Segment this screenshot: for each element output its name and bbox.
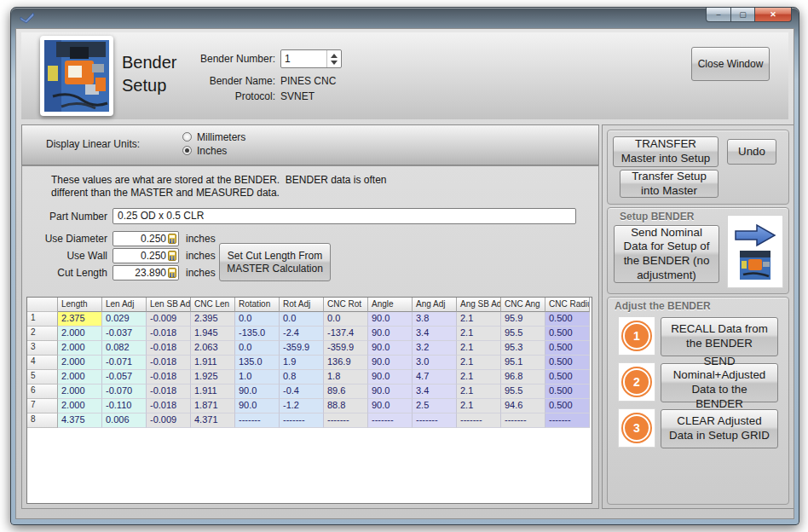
grid-cell[interactable]: 95.1	[501, 356, 545, 370]
grid-cell[interactable]: -0.018	[147, 341, 191, 356]
radio-millimeters[interactable]: Millimeters	[182, 130, 245, 143]
maximize-button[interactable]: ▢	[731, 8, 755, 22]
grid-cell[interactable]: 90.0	[368, 370, 413, 385]
grid-cell[interactable]: 2.000	[58, 370, 102, 385]
grid-cell[interactable]: 0.8	[280, 370, 324, 385]
grid-row-header[interactable]: 5	[27, 370, 58, 385]
grid-column-header[interactable]: Length	[58, 298, 102, 312]
grid-cell[interactable]: 3.4	[413, 327, 457, 341]
grid-cell[interactable]: 95.5	[501, 327, 545, 341]
grid-cell[interactable]: -0.018	[147, 385, 191, 399]
grid-cell[interactable]: 3.2	[413, 341, 457, 356]
grid-column-header[interactable]: CNC Len	[191, 298, 235, 312]
grid-cell[interactable]: 2.000	[58, 356, 102, 370]
grid-cell[interactable]: -0.110	[102, 399, 147, 413]
grid-cell[interactable]: 3.0	[413, 356, 457, 370]
grid-cell[interactable]: 4.375	[58, 413, 102, 428]
part-number-input[interactable]: 0.25 OD x 0.5 CLR	[113, 208, 576, 224]
grid-cell[interactable]: -359.9	[324, 341, 368, 356]
grid-row-header[interactable]: 2	[27, 327, 58, 341]
grid-cell[interactable]: 1.911	[191, 385, 235, 399]
grid-cell[interactable]: 0.500	[545, 399, 590, 413]
grid-cell[interactable]: 90.0	[368, 312, 413, 327]
grid-cell[interactable]: -------	[280, 413, 324, 428]
grid-row-header[interactable]: 1	[27, 312, 58, 327]
grid-cell[interactable]: 2.5	[413, 399, 457, 413]
grid-column-header[interactable]: Ang Adj	[413, 298, 457, 312]
grid-cell[interactable]: 90.0	[235, 399, 280, 413]
grid-cell[interactable]: -------	[413, 413, 457, 428]
grid-cell[interactable]: 1.9	[280, 356, 324, 370]
grid-cell[interactable]: -0.037	[102, 327, 147, 341]
grid-cell[interactable]: -0.071	[102, 356, 147, 370]
grid-cell[interactable]: 0.500	[545, 341, 590, 356]
undo-button[interactable]: Undo	[727, 139, 776, 165]
grid-cell[interactable]: 90.0	[235, 385, 280, 399]
radio-millimeters-icon[interactable]	[182, 132, 192, 142]
grid-cell[interactable]: 2.1	[457, 370, 501, 385]
grid-cell[interactable]: -359.9	[280, 341, 324, 356]
use-wall-input[interactable]: 0.250	[113, 248, 179, 263]
grid-cell[interactable]: 2.1	[457, 399, 501, 413]
grid-column-header[interactable]: Rotation	[235, 298, 280, 312]
grid-cell[interactable]: 89.6	[324, 385, 368, 399]
grid-cell[interactable]: 0.0	[324, 312, 368, 327]
grid-cell[interactable]: 0.029	[102, 312, 147, 327]
grid-cell[interactable]: -2.4	[280, 327, 324, 341]
grid-cell[interactable]: -137.4	[324, 327, 368, 341]
calculator-icon[interactable]	[168, 251, 176, 261]
calculator-icon[interactable]	[168, 234, 176, 244]
grid-cell[interactable]: 1.871	[191, 399, 235, 413]
send-adjusted-data-button[interactable]: SEND Nominal+Adjusted Data to the BENDER	[661, 363, 778, 402]
grid-cell[interactable]: 2.063	[191, 341, 235, 356]
cut-length-input[interactable]: 23.890	[113, 265, 179, 280]
grid-cell[interactable]: -0.018	[147, 399, 191, 413]
grid-cell[interactable]: 90.0	[368, 385, 413, 399]
grid-column-header[interactable]: Rot Adj	[280, 298, 324, 312]
grid-cell[interactable]: -------	[501, 413, 545, 428]
grid-cell[interactable]: -------	[235, 413, 280, 428]
grid-cell[interactable]: -0.018	[147, 356, 191, 370]
grid-cell[interactable]: 0.0	[235, 341, 280, 356]
grid-cell[interactable]: 0.500	[545, 356, 590, 370]
send-nominal-data-button[interactable]: Send Nominal Data for Setup of the BENDE…	[614, 225, 719, 283]
grid-cell[interactable]: 1.945	[191, 327, 235, 341]
grid-cell[interactable]: 95.5	[501, 385, 545, 399]
grid-cell[interactable]: -0.018	[147, 370, 191, 385]
grid-cell[interactable]: -0.057	[102, 370, 147, 385]
spinner-arrows-icon[interactable]	[326, 50, 341, 67]
grid-column-header[interactable]: Angle	[368, 298, 413, 312]
grid-cell[interactable]: 90.0	[368, 327, 413, 341]
grid-cell[interactable]: 2.000	[58, 327, 102, 341]
close-button[interactable]: ✕	[755, 8, 792, 22]
grid-row-header[interactable]: 8	[27, 413, 58, 428]
transfer-master-into-setup-button[interactable]: TRANSFER Master into Setup	[613, 136, 719, 167]
minimize-button[interactable]: –	[706, 8, 731, 22]
grid-cell[interactable]: -------	[324, 413, 368, 428]
grid-cell[interactable]: 4.7	[413, 370, 457, 385]
setup-grid[interactable]: LengthLen AdjLen SB AdjCNC LenRotationRo…	[26, 297, 592, 504]
grid-cell[interactable]: -0.4	[280, 385, 324, 399]
set-cut-length-button[interactable]: Set Cut Length From MASTER Calculation	[219, 243, 331, 281]
grid-cell[interactable]: -0.009	[147, 312, 191, 327]
grid-cell[interactable]: 2.1	[457, 356, 501, 370]
transfer-setup-into-master-button[interactable]: Transfer Setup into Master	[620, 170, 719, 198]
grid-cell[interactable]: 1.911	[191, 356, 235, 370]
grid-cell[interactable]: 0.500	[545, 385, 590, 399]
grid-column-header[interactable]: Ang SB Adj	[457, 298, 501, 312]
grid-cell[interactable]: -135.0	[235, 327, 280, 341]
grid-column-header[interactable]: Len Adj	[102, 298, 147, 312]
grid-cell[interactable]: 2.000	[58, 341, 102, 356]
grid-cell[interactable]: 95.3	[501, 341, 545, 356]
grid-column-header[interactable]: Len SB Adj	[147, 298, 191, 312]
grid-cell[interactable]: 3.8	[413, 312, 457, 327]
grid-row-header[interactable]: 7	[27, 399, 58, 413]
grid-cell[interactable]: 96.8	[501, 370, 545, 385]
grid-cell[interactable]: 136.9	[324, 356, 368, 370]
grid-cell[interactable]: 2.1	[457, 385, 501, 399]
grid-column-header[interactable]: CNC Rot	[324, 298, 368, 312]
grid-cell[interactable]: 0.500	[545, 327, 590, 341]
grid-cell[interactable]: -------	[368, 413, 413, 428]
grid-cell[interactable]: -------	[457, 413, 501, 428]
grid-cell[interactable]: 94.6	[501, 399, 545, 413]
